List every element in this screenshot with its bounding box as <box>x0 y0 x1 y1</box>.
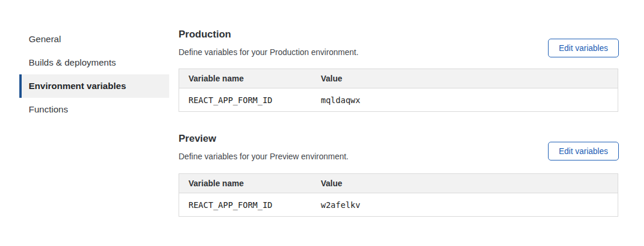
sidebar-item-functions[interactable]: Functions <box>19 98 169 121</box>
table-header-row: Variable name Value <box>179 69 618 88</box>
variable-name-cell: REACT_APP_FORM_ID <box>189 95 321 105</box>
production-section-description: Define variables for your Production env… <box>179 47 358 57</box>
preview-section-title: Preview <box>179 133 216 145</box>
environment-variables-panel: Production Define variables for your Pro… <box>179 0 619 246</box>
production-edit-variables-button[interactable]: Edit variables <box>548 39 619 57</box>
sidebar-item-environment-variables[interactable]: Environment variables <box>19 74 169 98</box>
production-section-title: Production <box>179 29 231 40</box>
variable-value-cell: mqldaqwx <box>321 95 608 105</box>
table-row: REACT_APP_FORM_ID mqldaqwx <box>179 88 618 111</box>
column-header-value: Value <box>321 74 608 83</box>
preview-variables-table: Variable name Value REACT_APP_FORM_ID w2… <box>179 173 618 217</box>
preview-section-description: Define variables for your Preview enviro… <box>179 152 348 162</box>
settings-sidebar: General Builds & deployments Environment… <box>19 28 169 121</box>
variable-name-cell: REACT_APP_FORM_ID <box>189 200 321 210</box>
table-row: REACT_APP_FORM_ID w2afelkv <box>179 193 618 216</box>
preview-edit-variables-button[interactable]: Edit variables <box>548 142 619 160</box>
column-header-variable-name: Variable name <box>189 179 321 188</box>
column-header-variable-name: Variable name <box>189 74 321 83</box>
column-header-value: Value <box>321 179 608 188</box>
sidebar-item-general[interactable]: General <box>19 28 169 51</box>
production-variables-table: Variable name Value REACT_APP_FORM_ID mq… <box>179 69 618 112</box>
sidebar-item-builds-deployments[interactable]: Builds & deployments <box>19 51 169 74</box>
variable-value-cell: w2afelkv <box>321 200 608 210</box>
table-header-row: Variable name Value <box>179 174 618 193</box>
